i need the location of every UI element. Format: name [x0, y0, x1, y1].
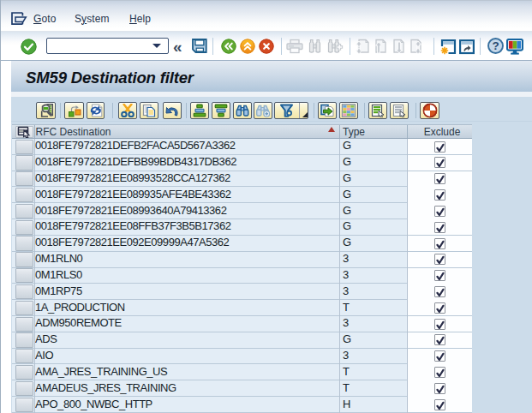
svg-text:?: ? — [492, 39, 499, 52]
